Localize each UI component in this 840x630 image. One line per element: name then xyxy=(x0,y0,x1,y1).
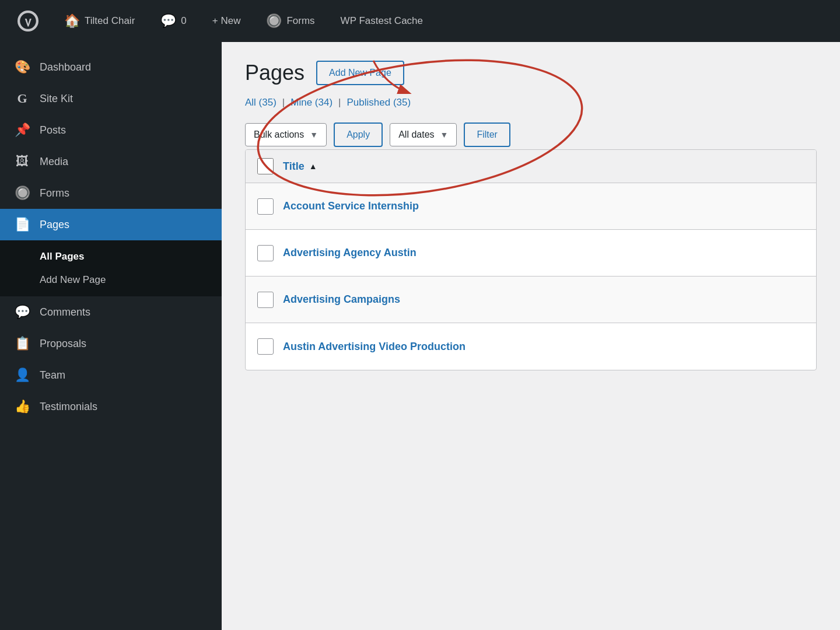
forms-sidebar-icon: 🔘 xyxy=(14,186,30,201)
dashboard-icon: 🎨 xyxy=(14,60,30,75)
cache-button[interactable]: WP Fastest Cache xyxy=(335,12,429,30)
apply-button[interactable]: Apply xyxy=(334,123,383,147)
filter-link-mine[interactable]: Mine (34) xyxy=(290,97,332,108)
media-icon: 🖼 xyxy=(14,154,30,169)
sidebar-item-proposals[interactable]: 📋 Proposals xyxy=(0,328,222,359)
row-checkbox-1[interactable] xyxy=(257,198,274,215)
toolbar: Bulk actions ▼ Apply All dates ▼ Filter xyxy=(245,123,817,147)
table-row: Advertising Campaigns xyxy=(246,276,816,323)
page-title: Pages xyxy=(245,61,304,85)
forms-icon: 🔘 xyxy=(266,13,282,29)
wp-logo-button[interactable] xyxy=(12,7,44,35)
testimonials-icon: 👍 xyxy=(14,399,30,414)
bulk-actions-dropdown[interactable]: Bulk actions ▼ xyxy=(245,123,327,146)
sidebar-item-testimonials[interactable]: 👍 Testimonials xyxy=(0,391,222,422)
filter-links: All (35) | Mine (34) | Published (35) xyxy=(245,97,817,108)
filter-link-all[interactable]: All (35) xyxy=(245,97,276,108)
submenu-item-all-pages[interactable]: All Pages xyxy=(0,245,222,268)
main-layout: 🎨 Dashboard G Site Kit 📌 Posts 🖼 Media 🔘… xyxy=(0,42,840,630)
table-header: Title ▲ xyxy=(246,150,816,183)
dates-label: All dates xyxy=(398,130,434,140)
pages-icon: 📄 xyxy=(14,217,30,232)
sidebar-item-team[interactable]: 👤 Team xyxy=(0,359,222,391)
new-button[interactable]: + New xyxy=(206,12,247,30)
sidebar-item-forms[interactable]: 🔘 Forms xyxy=(0,177,222,209)
row-checkbox-2[interactable] xyxy=(257,245,274,261)
sidebar-item-sitekit[interactable]: G Site Kit xyxy=(0,83,222,114)
sort-icon: ▲ xyxy=(309,162,317,171)
sidebar-item-label: Media xyxy=(40,156,68,168)
bulk-actions-arrow-icon: ▼ xyxy=(310,130,318,139)
table-row: Advertising Agency Austin xyxy=(246,230,816,276)
sidebar-item-label: Site Kit xyxy=(40,93,73,105)
site-name-button[interactable]: 🏠 Tilted Chair xyxy=(58,10,141,32)
sidebar-item-comments[interactable]: 💬 Comments xyxy=(0,296,222,328)
pages-submenu: All Pages Add New Page xyxy=(0,240,222,296)
filter-sep-1: | xyxy=(282,97,285,108)
page-title-link-4[interactable]: Austin Advertising Video Production xyxy=(283,341,466,353)
posts-icon: 📌 xyxy=(14,123,30,138)
sidebar-item-posts[interactable]: 📌 Posts xyxy=(0,114,222,146)
bulk-actions-label: Bulk actions xyxy=(254,130,304,140)
comments-button[interactable]: 💬 0 xyxy=(155,10,192,32)
cache-label: WP Fastest Cache xyxy=(341,15,423,27)
sidebar-item-media[interactable]: 🖼 Media xyxy=(0,146,222,177)
sidebar-item-label: Proposals xyxy=(40,338,86,350)
sitekit-icon: G xyxy=(14,91,30,106)
sidebar-item-label: Dashboard xyxy=(40,61,91,74)
main-content: Pages Add New Page All (35) | Mine (34) … xyxy=(222,42,840,630)
forms-button[interactable]: 🔘 Forms xyxy=(260,10,320,32)
table-row: Austin Advertising Video Production xyxy=(246,323,816,370)
sidebar: 🎨 Dashboard G Site Kit 📌 Posts 🖼 Media 🔘… xyxy=(0,42,222,630)
select-all-checkbox[interactable] xyxy=(257,158,274,174)
sidebar-item-dashboard[interactable]: 🎨 Dashboard xyxy=(0,51,222,83)
sidebar-item-pages[interactable]: 📄 Pages xyxy=(0,209,222,240)
comments-sidebar-icon: 💬 xyxy=(14,304,30,320)
page-header: Pages Add New Page xyxy=(245,61,817,85)
title-label: Title xyxy=(283,160,304,173)
pages-table: Title ▲ Account Service Internship Adver… xyxy=(245,149,817,370)
table-row: Account Service Internship xyxy=(246,183,816,230)
forms-label: Forms xyxy=(286,15,314,27)
home-icon: 🏠 xyxy=(64,13,80,29)
filter-link-published[interactable]: Published (35) xyxy=(347,97,411,108)
comments-icon: 💬 xyxy=(160,13,176,29)
page-title-link-1[interactable]: Account Service Internship xyxy=(283,200,419,212)
comments-count: 0 xyxy=(181,15,186,27)
sidebar-item-label: Comments xyxy=(40,306,90,318)
dates-arrow-icon: ▼ xyxy=(440,130,449,139)
filter-button[interactable]: Filter xyxy=(464,123,510,147)
title-column-header[interactable]: Title ▲ xyxy=(283,160,317,173)
team-icon: 👤 xyxy=(14,368,30,383)
sidebar-item-label: Team xyxy=(40,369,65,382)
filter-sep-2: | xyxy=(338,97,341,108)
sidebar-item-label: Posts xyxy=(40,124,66,136)
sidebar-item-label: Testimonials xyxy=(40,401,97,413)
sidebar-item-label: Pages xyxy=(40,219,69,231)
row-checkbox-4[interactable] xyxy=(257,338,274,355)
proposals-icon: 📋 xyxy=(14,336,30,351)
submenu-item-add-new-page[interactable]: Add New Page xyxy=(0,268,222,292)
new-label: + New xyxy=(212,15,241,27)
add-new-page-button[interactable]: Add New Page xyxy=(316,61,404,85)
page-title-link-3[interactable]: Advertising Campaigns xyxy=(283,293,400,306)
admin-bar: 🏠 Tilted Chair 💬 0 + New 🔘 Forms WP Fast… xyxy=(0,0,840,42)
sidebar-item-label: Forms xyxy=(40,187,69,200)
row-checkbox-3[interactable] xyxy=(257,292,274,308)
dates-dropdown[interactable]: All dates ▼ xyxy=(390,123,457,146)
site-name-label: Tilted Chair xyxy=(85,15,135,27)
page-title-link-2[interactable]: Advertising Agency Austin xyxy=(283,247,416,259)
main-wrapper: Pages Add New Page All (35) | Mine (34) … xyxy=(245,61,817,370)
